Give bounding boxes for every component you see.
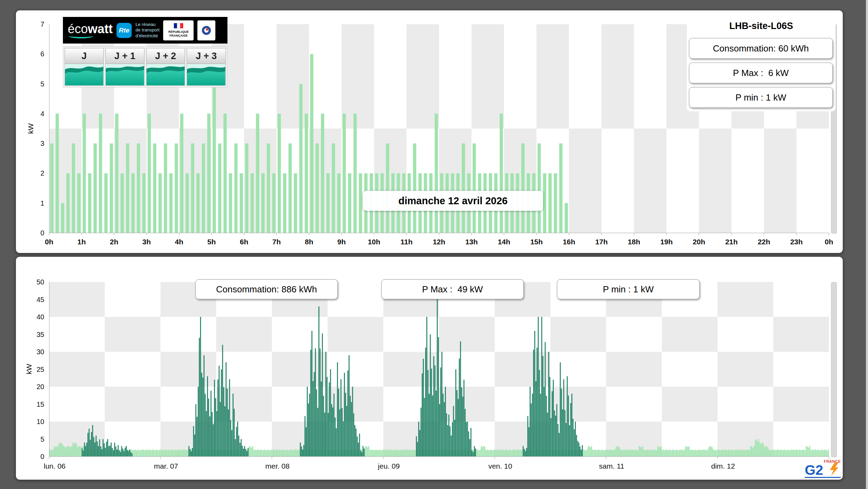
french-flag-icon (174, 23, 183, 29)
weekly-pmax-box: P Max : 49 kW (381, 279, 524, 299)
weekly-y-tick-label: 10 (37, 418, 44, 426)
daily-x-tick-label: 11h (400, 238, 412, 246)
plot-background (49, 282, 829, 457)
tab-day-j2-forecast-thumbnail[interactable] (146, 64, 185, 86)
ecowatt-dashboard: kW 012345670h1h2h3h4h5h6h7h8h9h10h11h12h… (0, 0, 868, 489)
site-summary-card: LHB-site-L06S Consommation: 60 kWh P Max… (687, 15, 836, 111)
republique-francaise-logo: RÉPUBLIQUE FRANÇAISE (163, 20, 194, 40)
daily-chart-panel: kW 012345670h1h2h3h4h5h6h7h8h9h10h11h12h… (16, 10, 843, 253)
daily-x-tick-label: 10h (368, 238, 380, 246)
daily-x-tick-label: 21h (725, 238, 738, 246)
weekly-x-tick-label: lun. 06 (44, 462, 65, 470)
daily-x-tick-label: 5h (207, 238, 216, 246)
weekly-y-tick-label: 0 (40, 453, 44, 461)
weekly-x-tick-label: mar. 07 (154, 462, 178, 470)
daily-x-tick-label: 0h (45, 238, 54, 246)
daily-x-tick-label: 9h (337, 238, 346, 246)
rte-logo: Rte (116, 23, 132, 38)
daily-x-tick-label: 17h (595, 238, 608, 246)
g2e-underline (805, 477, 841, 478)
weekly-chart-svg (49, 282, 829, 459)
lightning-icon (830, 463, 839, 476)
rte-tagline: Le réseau de transport d'électricité (136, 22, 159, 39)
tab-day-j1-forecast-thumbnail[interactable] (105, 64, 144, 86)
weekly-x-tick-label: sam. 11 (599, 462, 624, 470)
daily-y-tick-label: 2 (40, 169, 44, 177)
tab-day-j2-label[interactable]: J + 2 (146, 48, 185, 64)
forecast-wave-icon (65, 64, 103, 85)
weekly-consumption-chart[interactable]: 05101520253035404550lun. 06mar. 07mer. 0… (49, 282, 829, 457)
tab-day-j3-forecast-thumbnail[interactable] (187, 64, 226, 86)
daily-x-tick-label: 14h (498, 238, 510, 246)
daily-y-tick-label: 6 (40, 50, 44, 58)
agency-crest-icon (201, 24, 212, 37)
weekly-x-tick-label: jeu. 09 (378, 462, 400, 470)
ecowatt-banner: écowatt Rte Le réseau de transport d'éle… (63, 17, 227, 44)
daily-x-tick-label: 12h (433, 238, 445, 246)
selected-date-label: dimanche 12 avril 2026 (363, 191, 543, 211)
forecast-day-tabs: J J + 1 (63, 46, 227, 87)
weekly-consumption-box: Consommation: 886 kWh (195, 279, 338, 299)
daily-y-tick-label: 5 (40, 80, 44, 88)
tab-day-j-forecast-thumbnail[interactable] (65, 64, 104, 86)
weekly-y-tick-label: 20 (37, 383, 44, 391)
tab-day-j1[interactable]: J + 1 (105, 48, 144, 86)
daily-pmin-box: P min : 1 kW (689, 87, 833, 108)
forecast-wave-icon (106, 64, 144, 85)
site-name: LHB-site-L06S (687, 21, 836, 31)
daily-x-tick-label: 6h (240, 238, 249, 246)
daily-x-tick-label: 13h (465, 238, 478, 246)
weekly-x-tick-label: mer. 08 (265, 462, 290, 470)
republique-francaise-text: RÉPUBLIQUE FRANÇAISE (168, 30, 189, 37)
forecast-wave-icon (187, 64, 225, 85)
weekly-pmin-box: P min : 1 kW (557, 279, 700, 299)
daily-x-tick-label: 8h (305, 238, 314, 246)
daily-x-tick-label: 18h (628, 238, 640, 246)
daily-x-tick-label: 16h (563, 238, 575, 246)
tab-day-j3-label[interactable]: J + 3 (187, 48, 226, 64)
daily-x-tick-label: 1h (77, 238, 86, 246)
weekly-x-tick-label: ven. 10 (488, 462, 512, 470)
weekly-y-tick-label: 35 (37, 330, 44, 338)
tab-day-j-label[interactable]: J (65, 48, 104, 64)
weekly-chart-panel: kW 05101520253035404550lun. 06mar. 07mer… (16, 256, 843, 480)
weekly-y-tick-label: 40 (37, 313, 44, 321)
daily-x-tick-label: 2h (110, 238, 119, 246)
daily-x-tick-label: 15h (530, 238, 543, 246)
rte-tagline-line2: de transport (136, 27, 159, 33)
daily-x-tick-label: 19h (660, 238, 673, 246)
daily-x-tick-label: 3h (142, 238, 151, 246)
daily-consumption-box: Consommation: 60 kWh (689, 38, 833, 59)
rte-tagline-line1: Le réseau (136, 22, 159, 27)
weekly-y-axis-title: kW (25, 364, 33, 374)
daily-y-tick-label: 1 (40, 199, 44, 207)
weekly-x-tick-label: dim. 12 (711, 462, 735, 470)
tab-day-j[interactable]: J (65, 48, 104, 86)
ecowatt-swoosh-icon (68, 34, 93, 38)
daily-x-tick-label: 22h (758, 238, 770, 246)
g2e-logo: G2 FRANCE (805, 459, 841, 478)
daily-pmax-box: P Max : 6 kW (689, 63, 833, 83)
tab-day-j3[interactable]: J + 3 (187, 48, 226, 86)
tab-day-j1-label[interactable]: J + 1 (105, 48, 144, 64)
daily-y-tick-label: 0 (40, 229, 44, 237)
weekly-y-tick-label: 45 (37, 295, 44, 303)
weekly-y-tick-label: 50 (37, 278, 44, 286)
g2e-logo-text: G2 (805, 464, 823, 476)
daily-y-tick-label: 7 (40, 20, 44, 28)
daily-x-tick-label: 7h (272, 238, 281, 246)
daily-y-axis-title: kW (27, 123, 35, 134)
weekly-chart-scrollbar[interactable] (831, 282, 837, 457)
ecowatt-logo: écowatt (68, 23, 113, 38)
weekly-y-tick-label: 30 (37, 348, 44, 356)
weekly-y-tick-label: 5 (40, 435, 44, 443)
daily-y-tick-label: 3 (40, 140, 44, 148)
agency-logo (197, 20, 215, 40)
weekly-y-tick-label: 25 (37, 365, 44, 373)
daily-x-tick-label: 4h (175, 238, 184, 246)
rte-tagline-line3: d'électricité (136, 33, 159, 39)
screen-edge-strip (866, 0, 868, 489)
forecast-wave-icon (147, 64, 185, 85)
daily-x-tick-label: 0h (825, 238, 833, 246)
tab-day-j2[interactable]: J + 2 (146, 48, 185, 86)
